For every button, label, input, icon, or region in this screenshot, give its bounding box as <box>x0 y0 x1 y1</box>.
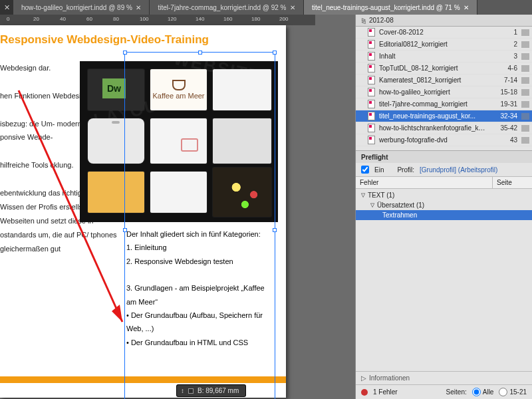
ruler-tick: 20 <box>33 16 39 22</box>
ruler-tick: 120 <box>168 16 176 22</box>
body-paragraph: Der Inhalt gliedert sich in fünf Kategor… <box>126 227 276 241</box>
column-header-error[interactable]: Fehler <box>356 177 492 188</box>
info-label: Informationen <box>369 374 410 382</box>
book-row-name: Cover-08-2012 <box>379 29 487 36</box>
pages-all-radio[interactable]: Alle <box>472 388 494 396</box>
tile-badge-icon <box>88 172 144 213</box>
tree-label: Übersatztext (1) <box>377 201 424 209</box>
book-row[interactable]: how-to-lichtschrankenfotografie_korrigie… <box>356 122 532 134</box>
disclosure-icon[interactable]: ▷ <box>361 374 366 382</box>
document-tab[interactable]: titel_neue-trainings-august_korrigiert.i… <box>304 0 477 15</box>
tree-node[interactable]: ▽TEXT (1) <box>356 190 532 200</box>
list-item: 2. Responsive Webdesign testen <box>126 255 276 268</box>
book-row[interactable]: Cover-08-20121 <box>356 27 532 39</box>
profile-value[interactable]: [Grundprofil] (Arbeitsprofil) <box>420 166 497 174</box>
page-thumb-icon <box>368 76 375 84</box>
book-panel-tab[interactable]: ⧎ 2012-08 <box>356 15 532 27</box>
tree-node[interactable]: Textrahmen <box>356 210 532 220</box>
ruler-tick: 0 <box>7 16 9 22</box>
measurement-readout: ↕ B: 89,667 mm <box>177 385 245 396</box>
document-tab[interactable]: titel-7jahre-commag_korrigiert.indd @ 92… <box>150 0 304 15</box>
tile-editor-icon <box>213 69 271 110</box>
book-row[interactable]: how-to-galileo_korrigiert15-18 <box>356 86 532 98</box>
close-icon[interactable]: ✕ <box>464 4 469 11</box>
book-row-name: TopTutDL_08-12_korrigiert <box>379 65 487 72</box>
horizontal-ruler[interactable]: 0 20 40 60 80 100 120 140 160 180 200 <box>0 15 315 25</box>
hero-image[interactable]: LAYOUT WEBSITE Dw Kaffee am Meer <box>80 61 278 222</box>
tile-wireframe-icon <box>150 118 207 164</box>
measurement-label: B: 89,667 mm <box>198 387 239 394</box>
ruler-tick: 60 <box>86 16 92 22</box>
pasteboard[interactable] <box>315 15 355 399</box>
close-all-icon[interactable]: ✕ <box>0 0 13 15</box>
book-row-name: titel_neue-trainings-august_kor... <box>379 112 487 120</box>
book-row-range: 3 <box>491 53 517 60</box>
ruler-tick: 200 <box>279 16 288 22</box>
close-icon[interactable]: ✕ <box>290 4 295 11</box>
page-thumb-icon <box>368 136 375 144</box>
book-row-name: Inhalt <box>379 53 487 60</box>
book-row[interactable]: titel_neue-trainings-august_kor...32-34 <box>356 110 532 122</box>
tile-grid-icon <box>213 118 271 164</box>
page-thumb-icon <box>368 28 375 37</box>
book-row[interactable]: titel-7jahre-commag_korrigiert19-31 <box>356 98 532 110</box>
ruler-tick: 140 <box>196 16 204 22</box>
resize-cursor-icon: ↕ <box>181 387 184 394</box>
book-row[interactable]: Inhalt3 <box>356 51 532 63</box>
panel-dock: ⧎ 2012-08 Cover-08-20121 Editorial0812_k… <box>355 15 532 399</box>
book-row-name: Editorial0812_korrigiert <box>379 41 487 48</box>
disclosure-icon[interactable]: ▽ <box>361 192 365 198</box>
book-row-name: how-to-lichtschrankenfotografie_korrigie… <box>379 124 487 132</box>
ruler-tick: 80 <box>113 16 119 22</box>
document-page[interactable]: Responsive Webdesign-Video-Training Webd… <box>0 25 286 398</box>
book-row-range: 2 <box>491 41 517 48</box>
spread-icon <box>521 101 529 108</box>
preflight-error-tree: ▽TEXT (1) ▽Übersatztext (1) Textrahmen <box>356 189 532 371</box>
article-headline: Responsive Webdesign-Video-Training <box>0 25 286 49</box>
list-item: 3. Grundlagen - am Beispielprojekt „Kaff… <box>126 281 276 309</box>
tile-browser-icon <box>150 172 207 213</box>
pages-label: Seiten: <box>446 388 467 396</box>
book-panel-title: 2012-08 <box>369 17 394 24</box>
tree-node[interactable]: ▽Übersatztext (1) <box>356 200 532 210</box>
book-row-name: titel-7jahre-commag_korrigiert <box>379 100 487 108</box>
book-row[interactable]: werbung-fotografie-dvd43 <box>356 134 532 146</box>
spread-icon <box>521 125 529 132</box>
document-tab-label: titel-7jahre-commag_korrigiert.indd @ 92… <box>158 4 286 11</box>
book-row[interactable]: TopTutDL_08-12_korrigiert4-6 <box>356 63 532 74</box>
page-thumb-icon <box>368 64 375 72</box>
list-item: 1. Einleitung <box>126 241 276 254</box>
book-row-range: 1 <box>491 29 517 36</box>
book-row-name: werbung-fotografie-dvd <box>379 136 487 144</box>
pages-range-radio[interactable]: 15-21 <box>499 388 527 396</box>
book-row[interactable]: Kameratest_0812_korrigiert7-14 <box>356 74 532 86</box>
ruler-tick: 40 <box>60 16 66 22</box>
close-icon[interactable]: ✕ <box>136 4 141 11</box>
ruler-tick: 100 <box>140 16 148 22</box>
page-thumb-icon <box>368 88 375 96</box>
preflight-tab[interactable]: Preflight <box>356 151 532 163</box>
collapse-icon[interactable]: ⧎ <box>361 17 366 24</box>
preflight-info-row[interactable]: ▷ Informationen <box>356 371 532 384</box>
book-row[interactable]: Editorial0812_korrigiert2 <box>356 39 532 51</box>
document-tab[interactable]: how-to-galileo_korrigiert.indd @ 89 % ✕ <box>13 0 150 15</box>
page-thumb-icon <box>368 112 375 120</box>
book-row-range: 15-18 <box>491 88 517 96</box>
spread-icon <box>521 89 529 96</box>
document-canvas[interactable]: 0 20 40 60 80 100 120 140 160 180 200 Re… <box>0 15 315 399</box>
preflight-panel: Preflight Ein Profil: [Grundprofil] (Arb… <box>356 150 532 399</box>
book-row-range: 19-31 <box>491 100 517 108</box>
tile-network-icon <box>213 168 271 217</box>
preflight-enable-checkbox[interactable] <box>361 166 369 174</box>
book-page-list: Cover-08-20121 Editorial0812_korrigiert2… <box>356 27 532 146</box>
radio-icon[interactable] <box>472 388 481 396</box>
book-row-range: 43 <box>491 136 517 144</box>
column-header-page[interactable]: Seite <box>492 177 532 188</box>
radio-label: Alle <box>483 388 494 396</box>
book-row-name: Kameratest_0812_korrigiert <box>379 76 487 84</box>
ruler-tick: 160 <box>223 16 232 22</box>
error-count: 1 Fehler <box>373 388 398 396</box>
spread-icon <box>521 137 529 144</box>
disclosure-icon[interactable]: ▽ <box>370 202 374 208</box>
radio-icon[interactable] <box>499 388 507 396</box>
